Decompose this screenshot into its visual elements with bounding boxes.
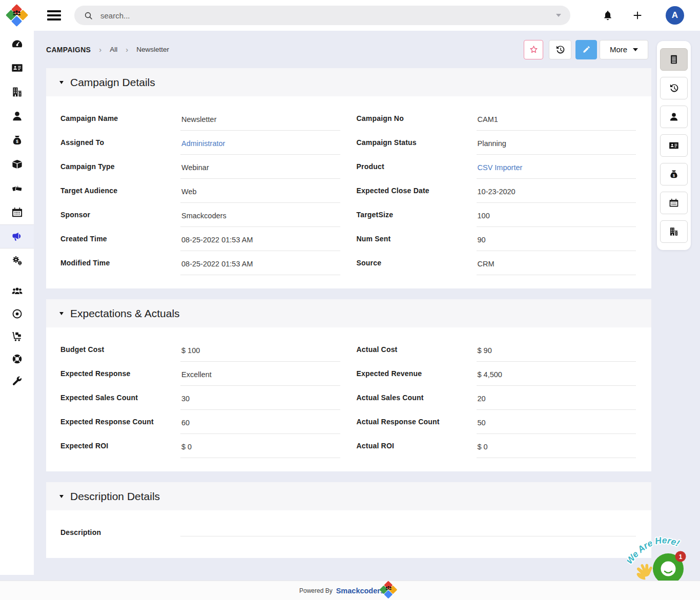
field-label: TargetSize [357,206,477,219]
field-label: Campaign No [357,110,477,122]
topbar: A [0,0,700,31]
field-value: $ 100 [180,341,340,362]
page-header-row: CAMPAIGNS›All›Newsletter More [34,31,700,68]
star-icon [529,45,539,54]
chat-face-icon [661,562,676,576]
field-value: Webinar [180,158,340,179]
sidebar-item-targets[interactable] [0,302,34,325]
field-label: Created Time [60,230,180,243]
field-value-link[interactable]: CSV Importer [478,163,523,172]
rail-button-contacts-related[interactable] [660,106,688,128]
field-value: 60 [180,413,340,434]
menu-hamburger-icon[interactable] [47,8,61,23]
field-label: Assigned To [60,134,180,147]
chat-widget[interactable]: 1 We Are Here! [627,531,699,581]
field-label: Expected Sales Count [60,389,180,402]
sidebar-item-settings[interactable] [0,249,34,273]
favorite-star-button[interactable] [524,40,543,59]
field-value: 08-25-2022 01:53 AM [180,254,340,275]
section-header-expectations-actuals[interactable]: Expectations & Actuals [46,299,651,327]
sidebar-item-dashboard[interactable] [0,32,34,56]
field-value: 90 [477,230,636,251]
money-bag-icon: $ [11,134,23,146]
bullseye-icon [11,308,23,320]
section-header-campaign-details[interactable]: Campaign Details [46,68,651,96]
search-input[interactable] [100,11,556,20]
section-expectations-actuals: Expectations & ActualsBudget Cost$ 100Ex… [46,299,651,471]
field-label: Product [357,158,477,171]
field-row: Expected ResponseExcellent [60,365,340,389]
sidebar-item-support[interactable] [0,347,34,370]
global-search[interactable] [74,6,570,25]
field-value: Excellent [180,365,340,386]
field-label: Campaign Type [60,158,180,171]
user-icon [669,112,679,122]
edit-button[interactable] [575,40,597,59]
field-row: Campaign NoCAM1 [357,110,636,134]
pencil-icon [582,45,591,54]
sidebar-item-contacts-card[interactable] [0,56,34,80]
field-row: Expected Close Date10-23-2020 [357,182,636,206]
field-row: Actual Cost$ 90 [357,341,636,365]
rail-button-organizations-related[interactable] [660,220,688,243]
breadcrumb-item-newsletter[interactable]: Newsletter [136,46,169,53]
field-label: Expected Response [60,365,180,378]
field-label: Actual Response Count [357,413,477,426]
field-label: Expected Close Date [357,182,477,195]
footer-brand-link[interactable]: Smackcoders [336,587,384,595]
sidebar-item-organizations[interactable] [0,80,34,104]
waving-hand-icon [635,563,654,581]
rail-button-leads-related[interactable] [660,134,688,157]
field-row: Num Sent90 [357,230,636,254]
field-label: Modified Time [60,254,180,267]
footer-logo[interactable] [380,582,397,598]
sidebar-item-campaigns[interactable] [0,224,34,249]
sidebar-item-user-groups[interactable] [0,280,34,302]
field-row: TargetSize100 [357,206,636,230]
section-title: Description Details [70,490,160,503]
more-button[interactable]: More [600,40,648,59]
field-row: Expected ROI$ 0 [60,437,340,461]
organization-icon [11,86,23,98]
revert-history-button[interactable] [549,40,571,59]
rail-button-activities-related[interactable] [660,192,688,214]
sidebar-item-deals[interactable]: $ [0,128,34,152]
sidebar-item-purchases[interactable] [0,325,34,347]
collapse-caret-icon [59,495,64,498]
sidebar-item-products[interactable] [0,152,34,176]
rail-button-details-view[interactable] [660,48,688,71]
field-value: 30 [180,389,340,410]
chat-badge-count: 1 [679,553,683,561]
footer: Powered By Smackcoders [0,581,700,600]
file-lines-icon [669,54,679,65]
notifications-bell-icon[interactable] [602,10,613,21]
sidebar-item-contacts[interactable] [0,104,34,128]
field-value: Administrator [180,134,340,155]
field-value: $ 0 [477,437,636,458]
related-tabs-rail: $ [657,41,691,250]
rail-button-deals-related[interactable]: $ [660,163,688,185]
section-header-description-details[interactable]: Description Details [46,482,651,510]
search-dropdown-caret-icon[interactable] [556,14,561,17]
sidebar-item-tools[interactable] [0,370,34,392]
rail-button-history-view[interactable] [660,77,688,99]
section-title: Campaign Details [70,76,155,89]
app-logo[interactable] [0,5,34,26]
sidebar-item-calendar[interactable] [0,200,34,224]
field-row: SponsorSmackcoders [60,206,340,230]
quick-create-plus-icon[interactable] [632,10,643,21]
section-description-details: Description DetailsDescription [46,482,651,558]
chevron-down-icon [633,48,638,51]
sidebar-item-tickets[interactable] [0,176,34,200]
user-avatar[interactable]: A [666,6,684,25]
field-label: Expected Response Count [60,413,180,426]
field-value: $ 4,500 [477,365,636,386]
field-value-link[interactable]: Administrator [181,139,225,148]
breadcrumb-item-campaigns[interactable]: CAMPAIGNS [46,46,91,54]
field-row: Actual ROI$ 0 [357,437,636,461]
field-value: CRM [477,254,636,275]
field-label: Actual Cost [357,341,477,354]
field-label: Expected ROI [60,437,180,450]
breadcrumb-item-all[interactable]: All [110,46,117,53]
field-row: Campaign TypeWebinar [60,158,340,182]
